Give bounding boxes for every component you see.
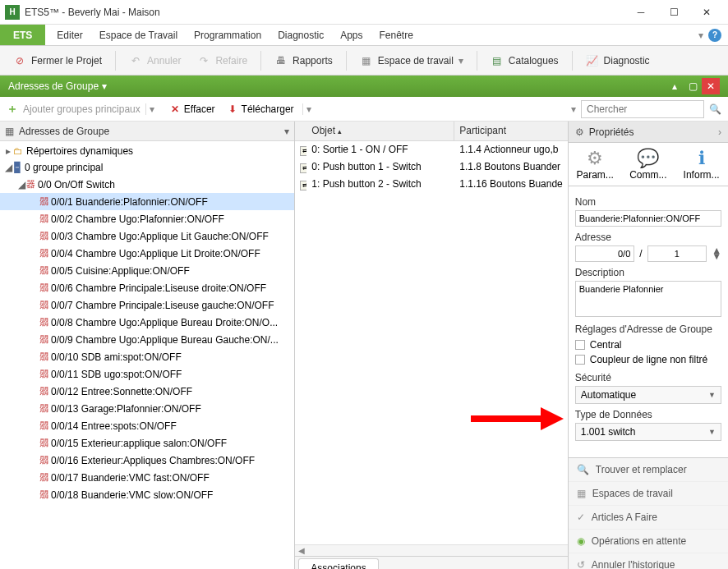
menu-apps[interactable]: Apps: [332, 25, 371, 45]
catalogs-button[interactable]: ▤ Catalogues: [484, 51, 565, 71]
tree-group-address[interactable]: 朤0/0/8 Chambre Ugo:Applique Bureau Droit…: [0, 314, 294, 331]
link-workspaces[interactable]: ▦ Espaces de travail: [569, 482, 728, 506]
tree-group-address[interactable]: 朤0/0/11 SDB ugo:spot:ON/OFF: [0, 365, 294, 383]
label-datatype: Type de Données: [575, 409, 721, 420]
tree-group-address[interactable]: 朤0/0/5 Cuisine:Applique:ON/OFF: [0, 262, 294, 279]
tree-group-address[interactable]: 朤0/0/1 Buanderie:Plafonnier:ON/OFF: [0, 193, 294, 210]
diagnostic-label: Diagnostic: [604, 55, 650, 67]
chevron-down-icon[interactable]: ▾: [102, 80, 107, 92]
tree-group-address[interactable]: 朤0/0/18 Buanderie:VMC slow:ON/OFF: [0, 486, 294, 503]
label-name: Nom: [575, 196, 721, 208]
col-object[interactable]: Objet ▴: [306, 122, 454, 140]
add-groups-button[interactable]: Ajouter groupes principaux: [23, 103, 141, 115]
tree-group-address[interactable]: 朤0/0/7 Chambre Principale:Liseuse gauche…: [0, 296, 294, 314]
filter-chevron-icon[interactable]: ▾: [571, 103, 576, 115]
col-participant[interactable]: Participant: [454, 122, 567, 140]
chevron-down-icon: ▼: [708, 391, 716, 399]
undo-label: Annuler: [147, 55, 181, 67]
tree-group-address[interactable]: 朤0/0/4 Chambre Ugo:Applique Lit Droite:O…: [0, 245, 294, 262]
split-chevron-icon[interactable]: ▾: [145, 103, 154, 115]
tree-group-address[interactable]: 朤0/0/16 Exterieur:Appliques Chambres:ON/…: [0, 452, 294, 469]
undo-button[interactable]: ↶ Annuler: [122, 51, 187, 71]
tree-group-address[interactable]: 朤0/0/14 Entree:spots:ON/OFF: [0, 417, 294, 434]
redo-button[interactable]: ↷ Refaire: [191, 51, 254, 71]
panel-title: Adresses de Groupe: [8, 80, 99, 92]
link-todo[interactable]: ✓ Articles A Faire: [569, 506, 728, 530]
tree-header[interactable]: ▦ Adresses de Groupe ▾: [0, 122, 294, 141]
catalogs-label: Catalogues: [509, 55, 559, 67]
close-button[interactable]: ✕: [690, 1, 723, 24]
link-find-label: Trouver et remplacer: [596, 464, 687, 475]
ets-menu-button[interactable]: ETS: [0, 25, 45, 45]
tree-mid-group[interactable]: ◢器0/0 On/Off Switch: [0, 176, 294, 193]
panel-close-button[interactable]: ✕: [702, 78, 720, 94]
scroll-left-icon[interactable]: ◀: [298, 546, 305, 555]
title-bar: H ETS5™ - Beverly Mai - Maison ─ ☐ ✕: [0, 0, 728, 25]
table-header: Objet ▴ Participant: [295, 122, 567, 141]
datatype-dropdown[interactable]: 1.001 switch ▼: [575, 423, 721, 441]
close-project-button[interactable]: ⊘ Fermer le Projet: [7, 51, 108, 71]
menu-edit[interactable]: Editer: [48, 25, 90, 45]
tree[interactable]: ▸🗀Répertoires dynamiques◢🁢0 groupe princ…: [0, 141, 294, 569]
tree-group-address[interactable]: 朤0/0/9 Chambre Ugo:Applique Bureau Gauch…: [0, 331, 294, 348]
help-icon[interactable]: ?: [708, 29, 721, 42]
description-field[interactable]: Buanderie Plafonnier: [575, 281, 721, 317]
tree-group-address[interactable]: 朤0/0/6 Chambre Principale:Liseuse droite…: [0, 279, 294, 296]
reports-button[interactable]: 🖶 Rapports: [268, 51, 339, 71]
maximize-button[interactable]: ☐: [657, 1, 690, 24]
panel-collapse-button[interactable]: ▴: [666, 78, 684, 94]
todo-icon: ✓: [577, 512, 585, 523]
table-row[interactable]: ⇄1: Push button 2 - Switch1.1.16 Boutons…: [295, 176, 567, 193]
spinner-down-icon[interactable]: ▼: [712, 254, 721, 259]
address-sub-field[interactable]: [647, 245, 707, 262]
link-undo-history[interactable]: ↺ Annuler l'historique: [569, 553, 728, 569]
menu-window[interactable]: Fenêtre: [371, 25, 422, 45]
tree-group-address[interactable]: 朤0/0/3 Chambre Ugo:Applique Lit Gauche:O…: [0, 227, 294, 245]
panel-layout-button[interactable]: ▢: [684, 78, 702, 94]
checkbox-icon: [575, 340, 585, 350]
tree-group-address[interactable]: 朤0/0/10 SDB ami:spot:ON/OFF: [0, 348, 294, 365]
checkbox-central[interactable]: Central: [575, 337, 721, 352]
search-input[interactable]: [581, 100, 704, 118]
minimize-button[interactable]: ─: [624, 1, 657, 24]
tab-parameters[interactable]: ⚙ Param...: [569, 146, 622, 182]
tree-group-address[interactable]: 朤0/0/12 Entree:Sonnette:ON/OFF: [0, 383, 294, 400]
link-find-replace[interactable]: 🔍 Trouver et remplacer: [569, 458, 728, 482]
tree-main-group[interactable]: ◢🁢0 groupe principal: [0, 159, 294, 176]
search-icon[interactable]: 🔍: [709, 103, 721, 115]
tree-group-address[interactable]: 朤0/0/17 Buanderie:VMC fast:ON/OFF: [0, 469, 294, 486]
properties-body: Nom Adresse / ▲ ▼ Description Buanderie …: [569, 186, 728, 457]
security-dropdown[interactable]: Automatique ▼: [575, 386, 721, 404]
undo-icon: ↶: [129, 54, 142, 67]
address-main-field[interactable]: [575, 245, 635, 262]
diagnostic-button[interactable]: 📈 Diagnostic: [579, 51, 657, 71]
workspace-button[interactable]: ▦ Espace de travail ▾: [353, 51, 470, 71]
chevron-right-icon[interactable]: ›: [718, 126, 721, 138]
menu-workspace[interactable]: Espace de Travail: [91, 25, 186, 45]
sub-toolbar: ＋ Ajouter groupes principaux ▾ ✕ Effacer…: [0, 97, 728, 122]
tab-associations[interactable]: Associations: [298, 558, 378, 569]
dropdown-chevron-icon[interactable]: ▾: [698, 30, 703, 41]
checkbox-coupler[interactable]: Coupleur de ligne non filtré: [575, 352, 721, 367]
table-row[interactable]: ⇄0: Push button 1 - Switch1.1.8 Boutons …: [295, 158, 567, 176]
link-pending[interactable]: ◉ Opérations en attente: [569, 530, 728, 553]
tab-comments[interactable]: 💬 Comm...: [622, 146, 675, 182]
menu-bar: ETS Editer Espace de Travail Programmati…: [0, 25, 728, 46]
tree-dynamic-folders[interactable]: ▸🗀Répertoires dynamiques: [0, 143, 294, 159]
menu-diagnostic[interactable]: Diagnostic: [270, 25, 332, 45]
table-body[interactable]: ⇄0: Sortie 1 - ON / OFF1.1.4 Actionneur …: [295, 141, 567, 544]
download-button[interactable]: Télécharger: [242, 103, 294, 115]
tree-group-address[interactable]: 朤0/0/2 Chambre Ugo:Plafonnier:ON/OFF: [0, 210, 294, 227]
chevron-down-icon: ▾: [458, 55, 463, 67]
side-links: 🔍 Trouver et remplacer ▦ Espaces de trav…: [569, 457, 728, 569]
split-chevron-icon[interactable]: ▾: [302, 103, 311, 115]
object-icon: ⇄: [300, 146, 306, 156]
tree-group-address[interactable]: 朤0/0/15 Exterieur:applique salon:ON/OFF: [0, 434, 294, 452]
tree-group-address[interactable]: 朤0/0/13 Garage:Plafonnier:ON/OFF: [0, 400, 294, 417]
delete-button[interactable]: Effacer: [184, 103, 215, 115]
printer-icon: 🖶: [274, 54, 288, 67]
tab-info[interactable]: ℹ Inform...: [675, 146, 728, 182]
menu-programming[interactable]: Programmation: [186, 25, 270, 45]
table-row[interactable]: ⇄0: Sortie 1 - ON / OFF1.1.4 Actionneur …: [295, 141, 567, 158]
name-field[interactable]: [575, 210, 721, 227]
